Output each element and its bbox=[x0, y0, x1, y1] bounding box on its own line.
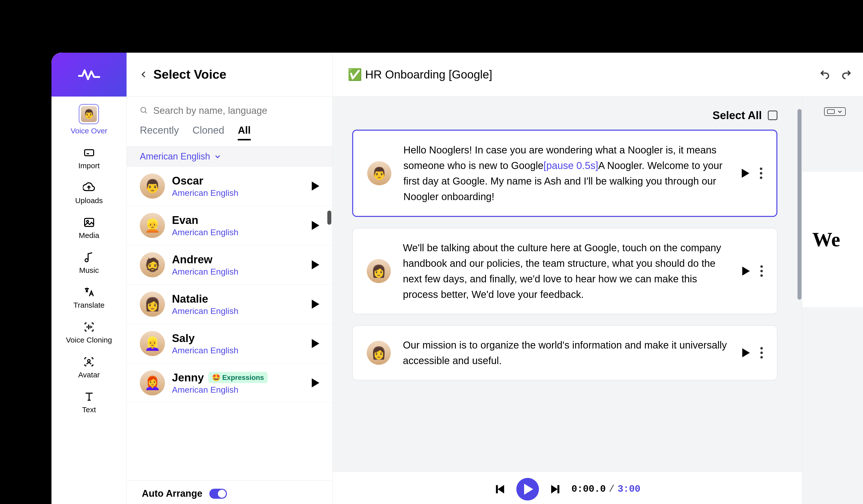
play-button[interactable] bbox=[516, 478, 539, 501]
play-icon bbox=[524, 484, 533, 495]
voice-row[interactable]: 👩 Natalie American English bbox=[127, 285, 332, 324]
voice-panel-footer: Auto Arrange bbox=[127, 480, 332, 504]
main-header: ✅ HR Onboarding [Google] bbox=[333, 53, 863, 96]
blocks-column: Select All 👨 Hello Nooglers! In case you… bbox=[333, 96, 797, 504]
block-menu-button[interactable] bbox=[760, 265, 763, 277]
sidebar-item-text[interactable]: Text bbox=[82, 390, 96, 414]
current-time: 0:00.0 bbox=[572, 484, 606, 494]
layout-icon bbox=[827, 109, 835, 114]
sidebar-item-voice-cloning[interactable]: Voice Cloning bbox=[66, 321, 112, 344]
sidebar-item-label: Voice Over bbox=[71, 127, 108, 135]
expressions-badge: 🤩 Expressions bbox=[208, 372, 267, 383]
auto-arrange-toggle[interactable] bbox=[209, 489, 227, 499]
import-icon bbox=[83, 146, 96, 159]
chevron-down-icon bbox=[837, 109, 843, 114]
voice-list-scrollbar[interactable] bbox=[327, 211, 332, 225]
voice-name: Jenny bbox=[172, 371, 204, 384]
badge-text: Expressions bbox=[222, 374, 264, 382]
translate-icon bbox=[83, 286, 95, 298]
undo-button[interactable] bbox=[819, 69, 830, 80]
sidebar-item-music[interactable]: Music bbox=[79, 251, 99, 274]
sidebar-item-label: Media bbox=[79, 231, 99, 240]
voice-language: American English bbox=[172, 228, 305, 237]
block-menu-button[interactable] bbox=[760, 168, 762, 179]
block-text[interactable]: Our mission is to organize the world's i… bbox=[403, 337, 730, 369]
voice-avatar: 👱 bbox=[140, 213, 165, 238]
voice-row[interactable]: 👱‍♀️ Saly American English bbox=[127, 324, 332, 363]
voice-name: Saly bbox=[172, 332, 195, 345]
play-icon[interactable] bbox=[312, 221, 319, 230]
voice-row[interactable]: 👱 Evan American English bbox=[127, 206, 332, 245]
sidebar-item-media[interactable]: Media bbox=[79, 216, 99, 240]
sidebar-item-import[interactable]: Import bbox=[78, 146, 100, 170]
block-speaker-avatar[interactable]: 👨 bbox=[367, 161, 391, 185]
voice-language: American English bbox=[172, 267, 305, 276]
voice-row[interactable]: 👩‍🦰 Jenny 🤩 Expressions American English bbox=[127, 363, 332, 403]
skip-back-button[interactable] bbox=[494, 483, 506, 495]
search-input[interactable] bbox=[153, 105, 319, 116]
play-block-button[interactable] bbox=[742, 169, 749, 178]
voice-name: Natalie bbox=[172, 293, 208, 305]
scroll-thumb[interactable] bbox=[798, 109, 801, 300]
play-icon[interactable] bbox=[312, 260, 319, 269]
block-speaker-avatar[interactable]: 👩 bbox=[367, 341, 391, 365]
sidebar-item-label: Import bbox=[78, 161, 100, 170]
language-dropdown-label: American English bbox=[140, 151, 210, 162]
block-menu-button[interactable] bbox=[760, 347, 763, 359]
voice-language: American English bbox=[172, 306, 305, 316]
sidebar-item-uploads[interactable]: Uploads bbox=[75, 181, 103, 205]
sidebar-item-translate[interactable]: Translate bbox=[74, 286, 105, 309]
play-icon[interactable] bbox=[312, 300, 319, 309]
block-text[interactable]: We'll be talking about the culture here … bbox=[403, 240, 730, 302]
text-icon bbox=[83, 390, 96, 403]
search-icon bbox=[140, 106, 148, 115]
script-block[interactable]: 👩 Our mission is to organize the world's… bbox=[352, 325, 777, 380]
voice-avatar: 👱‍♀️ bbox=[140, 331, 165, 356]
chevron-down-icon bbox=[214, 153, 221, 160]
voice-name: Andrew bbox=[172, 253, 212, 266]
editor-scrollbar[interactable] bbox=[797, 96, 802, 504]
block-speaker-avatar[interactable]: 👩 bbox=[367, 259, 391, 283]
voice-row[interactable]: 🧔 Andrew American English bbox=[127, 245, 332, 285]
voice-tabs: Recently Cloned All bbox=[127, 125, 332, 146]
back-button[interactable] bbox=[139, 69, 149, 79]
skip-forward-button[interactable] bbox=[550, 483, 561, 495]
slide-preview[interactable]: We bbox=[802, 172, 863, 307]
language-dropdown[interactable]: American English bbox=[127, 146, 332, 167]
layout-dropdown[interactable] bbox=[824, 107, 846, 116]
sidebar-item-label: Avatar bbox=[78, 371, 100, 379]
script-block[interactable]: 👩 We'll be talking about the culture her… bbox=[352, 228, 777, 314]
redo-button[interactable] bbox=[841, 69, 852, 80]
voice-list: 👨 Oscar American English 👱 Evan American… bbox=[127, 167, 332, 480]
script-block[interactable]: 👨 Hello Nooglers! In case you are wonder… bbox=[352, 130, 777, 217]
svg-point-3 bbox=[87, 220, 89, 222]
voice-row[interactable]: 👨 Oscar American English bbox=[127, 167, 332, 206]
tab-all[interactable]: All bbox=[238, 125, 251, 140]
sidebar-item-voice-over[interactable]: 👨 Voice Over bbox=[71, 104, 108, 135]
voice-avatar: 👨 bbox=[140, 173, 165, 198]
voice-avatar: 🧔 bbox=[140, 252, 165, 277]
play-block-button[interactable] bbox=[742, 348, 750, 357]
tab-cloned[interactable]: Cloned bbox=[192, 125, 224, 140]
tab-recently[interactable]: Recently bbox=[140, 125, 179, 140]
svg-rect-0 bbox=[85, 150, 93, 156]
select-all-checkbox[interactable] bbox=[768, 111, 777, 120]
sidebar-item-label: Uploads bbox=[75, 196, 103, 205]
play-icon[interactable] bbox=[312, 378, 319, 387]
voice-panel-header: Select Voice bbox=[127, 53, 332, 96]
pause-tag: [pause 0.5s] bbox=[543, 160, 598, 171]
app-window: 👨 Voice Over Import Uploads Media bbox=[51, 53, 863, 504]
play-icon[interactable] bbox=[312, 339, 319, 348]
media-icon bbox=[83, 216, 96, 229]
avatar-icon: 👨 bbox=[81, 106, 97, 122]
auto-arrange-label: Auto Arrange bbox=[142, 488, 202, 499]
voice-search[interactable] bbox=[127, 96, 332, 125]
voice-name: Evan bbox=[172, 214, 198, 227]
voice-cloning-icon bbox=[83, 321, 96, 333]
play-block-button[interactable] bbox=[742, 267, 750, 275]
block-text[interactable]: Hello Nooglers! In case you are wonderin… bbox=[403, 142, 730, 204]
logo[interactable] bbox=[51, 53, 126, 96]
sidebar-item-avatar[interactable]: Avatar bbox=[78, 356, 100, 379]
svg-point-6 bbox=[88, 360, 90, 362]
play-icon[interactable] bbox=[312, 182, 319, 191]
